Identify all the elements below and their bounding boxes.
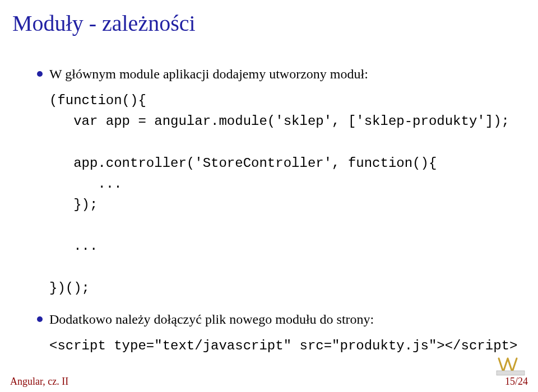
slide-title: Moduły - zależności [0, 0, 538, 36]
code-block-2: <script type="text/javascript" src="prod… [49, 335, 512, 356]
bullet-1: W głównym module aplikacji dodajemy utwo… [37, 66, 512, 82]
logo-icon [495, 354, 526, 376]
slide-content: W głównym module aplikacji dodajemy utwo… [0, 36, 538, 356]
footer-left: Angular, cz. II [10, 376, 68, 388]
code-block-1: (function(){ var app = angular.module('s… [49, 90, 512, 298]
footer: Angular, cz. II 15/24 [10, 376, 528, 388]
svg-rect-0 [497, 371, 525, 375]
bullet-2: Dodatkowo należy dołączyć plik nowego mo… [37, 311, 512, 328]
page-number: 15/24 [505, 376, 528, 388]
slide: Moduły - zależności W głównym module apl… [0, 0, 538, 392]
